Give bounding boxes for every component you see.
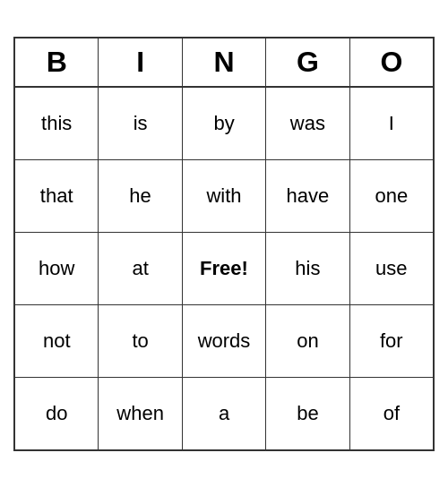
bingo-cell: one — [350, 160, 433, 232]
table-row: dowhenabeof — [15, 378, 433, 449]
header-letter: B — [15, 38, 99, 86]
bingo-cell: words — [183, 305, 266, 377]
bingo-cell: I — [350, 88, 433, 159]
bingo-cell: he — [99, 160, 182, 232]
bingo-cell: how — [15, 233, 99, 304]
bingo-cell: to — [99, 305, 182, 377]
bingo-cell: a — [183, 378, 266, 449]
bingo-header: BINGO — [15, 38, 433, 88]
bingo-cell: this — [15, 88, 99, 159]
bingo-card: BINGO thisisbywasIthathewithhaveonehowat… — [13, 37, 435, 451]
bingo-cell: was — [266, 88, 349, 159]
bingo-grid: thisisbywasIthathewithhaveonehowatFree!h… — [15, 88, 433, 449]
bingo-cell: is — [99, 88, 182, 159]
table-row: thisisbywasI — [15, 88, 433, 160]
header-letter: O — [350, 38, 433, 86]
table-row: howatFree!hisuse — [15, 233, 433, 305]
bingo-cell: at — [99, 233, 182, 304]
table-row: thathewithhaveone — [15, 160, 433, 233]
bingo-cell: by — [183, 88, 266, 159]
bingo-cell: for — [350, 305, 433, 377]
bingo-cell: not — [15, 305, 99, 377]
bingo-cell: use — [350, 233, 433, 304]
header-letter: N — [183, 38, 266, 86]
bingo-cell: his — [266, 233, 349, 304]
bingo-cell: of — [350, 378, 433, 449]
bingo-cell: that — [15, 160, 99, 232]
bingo-cell: have — [266, 160, 349, 232]
table-row: nottowordsonfor — [15, 305, 433, 378]
bingo-cell: Free! — [183, 233, 266, 304]
header-letter: G — [266, 38, 349, 86]
bingo-cell: with — [183, 160, 266, 232]
bingo-cell: do — [15, 378, 99, 449]
header-letter: I — [99, 38, 182, 86]
bingo-cell: when — [99, 378, 182, 449]
bingo-cell: on — [266, 305, 349, 377]
bingo-cell: be — [266, 378, 349, 449]
